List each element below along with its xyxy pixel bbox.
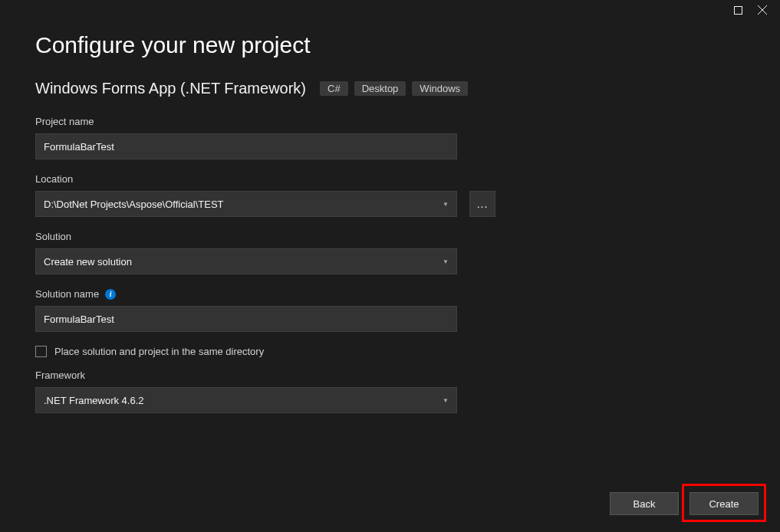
framework-value: .NET Framework 4.6.2 bbox=[44, 395, 144, 406]
maximize-icon[interactable] bbox=[732, 5, 743, 15]
project-name-label: Project name bbox=[35, 116, 745, 127]
location-value: D:\DotNet Projects\Aspose\Official\TEST bbox=[44, 199, 224, 210]
framework-label: Framework bbox=[35, 369, 745, 381]
framework-dropdown[interactable]: .NET Framework 4.6.2 ▼ bbox=[35, 387, 457, 413]
chevron-down-icon: ▼ bbox=[443, 397, 449, 404]
project-template-subtitle: Windows Forms App (.NET Framework) bbox=[35, 80, 306, 97]
location-label: Location bbox=[35, 173, 745, 185]
svg-rect-0 bbox=[734, 6, 742, 14]
tag-windows: Windows bbox=[412, 81, 468, 96]
same-directory-label: Place solution and project in the same d… bbox=[54, 346, 264, 357]
tag-desktop: Desktop bbox=[354, 81, 406, 96]
browse-button[interactable]: ... bbox=[469, 191, 495, 217]
location-dropdown[interactable]: D:\DotNet Projects\Aspose\Official\TEST … bbox=[35, 191, 457, 217]
project-name-input[interactable] bbox=[35, 133, 457, 159]
solution-name-label: Solution name bbox=[35, 288, 99, 300]
solution-name-input[interactable] bbox=[35, 306, 457, 332]
chevron-down-icon: ▼ bbox=[443, 258, 449, 265]
solution-value: Create new solution bbox=[44, 256, 132, 268]
chevron-down-icon: ▼ bbox=[443, 201, 449, 208]
info-icon[interactable]: i bbox=[105, 289, 116, 300]
solution-dropdown[interactable]: Create new solution ▼ bbox=[35, 248, 457, 274]
close-icon[interactable] bbox=[757, 5, 768, 15]
same-directory-checkbox[interactable] bbox=[35, 346, 47, 357]
back-button[interactable]: Back bbox=[610, 492, 679, 515]
create-button[interactable]: Create bbox=[689, 492, 759, 515]
tag-csharp: C# bbox=[320, 81, 348, 96]
solution-label: Solution bbox=[35, 231, 745, 242]
page-title: Configure your new project bbox=[35, 32, 745, 58]
